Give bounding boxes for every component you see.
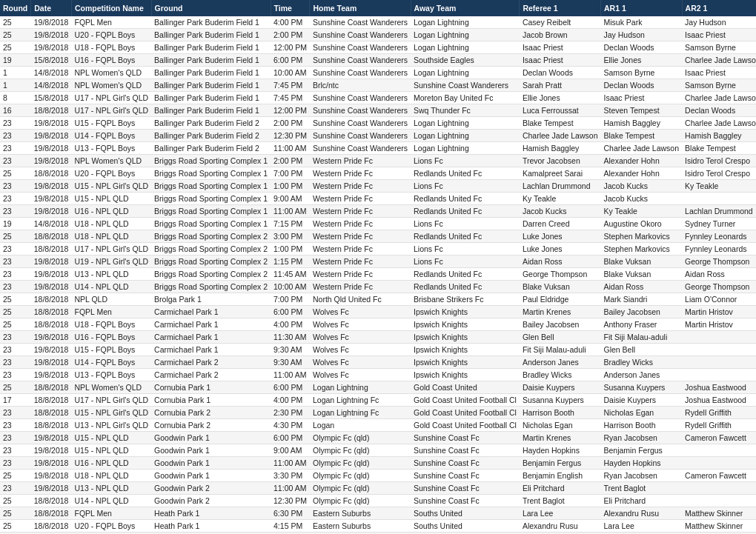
- table-cell: 18/8/2018: [31, 495, 72, 507]
- table-cell: Logan Lightning Fc: [310, 394, 411, 407]
- table-cell: 18/8/2018: [31, 293, 72, 306]
- table-cell: 25: [0, 470, 31, 482]
- table-cell: Wolves Fc: [310, 369, 411, 381]
- table-cell: 16: [0, 104, 31, 117]
- table-cell: Aidan Ross: [682, 268, 756, 281]
- table-cell: U15 - NPL Girl's QLD: [71, 180, 151, 193]
- table-row: 2518/8/2018NPL Women's QLDCornubia Park …: [0, 381, 756, 394]
- table-cell: Briggs Road Sporting Complex 1: [151, 205, 271, 218]
- table-cell: 19/8/2018: [31, 369, 72, 381]
- table-cell: Jay Hudson: [682, 16, 756, 29]
- table-cell: 25: [0, 293, 31, 306]
- table-cell: 19/8/2018: [31, 142, 72, 155]
- table-cell: Eastern Suburbs: [310, 520, 411, 533]
- table-row: 2519/8/2018U18 - NPL QLDGoodwin Park 13:…: [0, 470, 756, 482]
- table-cell: 19/8/2018: [31, 356, 72, 369]
- table-cell: 23: [0, 281, 31, 293]
- table-row: 2319/8/2018U13 - NPL QLDBriggs Road Spor…: [0, 268, 756, 281]
- table-cell: Lions Fc: [411, 243, 520, 256]
- table-cell: Western Pride Fc: [310, 155, 411, 167]
- table-cell: Ipswich Knights: [411, 318, 520, 331]
- table-cell: Sunshine Coast Wanderers: [310, 16, 411, 29]
- table-cell: Sunshine Coast Fc: [411, 470, 520, 482]
- table-cell: Western Pride Fc: [310, 256, 411, 268]
- table-cell: Samson Byrne: [600, 67, 682, 79]
- table-cell: Redlands United Fc: [411, 193, 520, 205]
- table-row: 2519/8/2018U20 - FQPL BoysBallinger Park…: [0, 29, 756, 41]
- table-cell: 25: [0, 495, 31, 507]
- table-cell: 18/8/2018: [31, 419, 72, 432]
- table-cell: Ballinger Park Buderim Field 1: [151, 54, 271, 67]
- table-cell: Anderson Janes: [600, 369, 682, 381]
- table-cell: Luca Ferroussat: [520, 104, 601, 117]
- table-cell: Lions Fc: [411, 218, 520, 230]
- table-cell: Susanna Kuypers: [600, 381, 682, 394]
- table-cell: Samson Byrne: [682, 41, 756, 54]
- table-cell: U13 - FQPL Boys: [71, 369, 151, 381]
- table-cell: Cornubia Park 1: [151, 381, 271, 394]
- table-cell: Briggs Road Sporting Complex 2: [151, 268, 271, 281]
- table-cell: 11:45 AM: [271, 268, 310, 281]
- table-cell: Paul Eldridge: [520, 293, 601, 306]
- table-cell: Logan Lightning: [411, 117, 520, 130]
- table-cell: Briggs Road Sporting Complex 1: [151, 180, 271, 193]
- table-cell: 19/8/2018: [31, 130, 72, 142]
- table-row: 2319/8/2018U16 - NPL QLDGoodwin Park 111…: [0, 457, 756, 470]
- table-cell: U13 - NPL QLD: [71, 482, 151, 495]
- table-cell: 19/8/2018: [31, 16, 72, 29]
- table-cell: Isidro Terol Crespo: [682, 167, 756, 180]
- table-cell: U16 - NPL QLD: [71, 457, 151, 470]
- table-cell: U18 - FQPL Boys: [71, 318, 151, 331]
- table-cell: Alexandru Rusu: [520, 520, 601, 533]
- table-cell: 19/8/2018: [31, 268, 72, 281]
- column-header: Competition Name: [71, 0, 151, 16]
- table-cell: Redlands United Fc: [411, 281, 520, 293]
- table-cell: 25: [0, 507, 31, 520]
- table-cell: 1:15 PM: [271, 256, 310, 268]
- table-cell: Wolves Fc: [310, 356, 411, 369]
- table-cell: 2:00 PM: [271, 155, 310, 167]
- table-cell: 25: [0, 41, 31, 54]
- table-cell: Goodwin Park 1: [151, 470, 271, 482]
- table-cell: Ballinger Park Buderim Field 2: [151, 130, 271, 142]
- table-cell: Daisie Kuypers: [520, 381, 601, 394]
- table-cell: 19/8/2018: [31, 281, 72, 293]
- column-header: Ground: [151, 0, 271, 16]
- table-cell: 14/8/2018: [31, 218, 72, 230]
- table-cell: 19: [0, 54, 31, 67]
- table-row: 2519/8/2018U18 - FQPL BoysBallinger Park…: [0, 41, 756, 54]
- table-cell: Declan Woods: [600, 41, 682, 54]
- table-row: 1914/8/2018U18 - NPL QLDBriggs Road Spor…: [0, 218, 756, 230]
- table-cell: 23: [0, 180, 31, 193]
- table-cell: Briggs Road Sporting Complex 1: [151, 193, 271, 205]
- table-cell: 4:00 PM: [271, 16, 310, 29]
- table-row: 2319/8/2018NPL Women's QLDBriggs Road Sp…: [0, 155, 756, 167]
- table-cell: Moreton Bay United Fc: [411, 92, 520, 104]
- table-cell: Trent Baglot: [520, 495, 601, 507]
- table-cell: Western Pride Fc: [310, 180, 411, 193]
- table-cell: 23: [0, 205, 31, 218]
- table-cell: [682, 193, 756, 205]
- table-cell: U18 - NPL QLD: [71, 218, 151, 230]
- table-cell: 23: [0, 130, 31, 142]
- table-row: 2518/8/2018U14 - NPL QLDGoodwin Park 212…: [0, 495, 756, 507]
- table-cell: 9:30 AM: [271, 356, 310, 369]
- table-cell: Casey Reibelt: [520, 16, 601, 29]
- table-cell: Carmichael Park 2: [151, 356, 271, 369]
- table-cell: Trent Baglot: [600, 482, 682, 495]
- table-cell: Cornubia Park 2: [151, 419, 271, 432]
- column-header: Away Team: [411, 0, 520, 16]
- table-cell: 19/8/2018: [31, 470, 72, 482]
- table-cell: Bailey Jacobsen: [600, 306, 682, 318]
- table-cell: 23: [0, 331, 31, 344]
- table-cell: [682, 331, 756, 344]
- table-cell: U19 - NPL Girl's QLD: [71, 256, 151, 268]
- table-cell: Western Pride Fc: [310, 193, 411, 205]
- table-cell: 23: [0, 155, 31, 167]
- table-cell: 19/8/2018: [31, 344, 72, 356]
- table-cell: Sunshine Coast Wanderers: [310, 41, 411, 54]
- table-cell: 23: [0, 369, 31, 381]
- table-row: 1915/8/2018U16 - FQPL BoysBallinger Park…: [0, 54, 756, 67]
- table-cell: 14/8/2018: [31, 79, 72, 92]
- table-cell: Logan Lightning: [411, 67, 520, 79]
